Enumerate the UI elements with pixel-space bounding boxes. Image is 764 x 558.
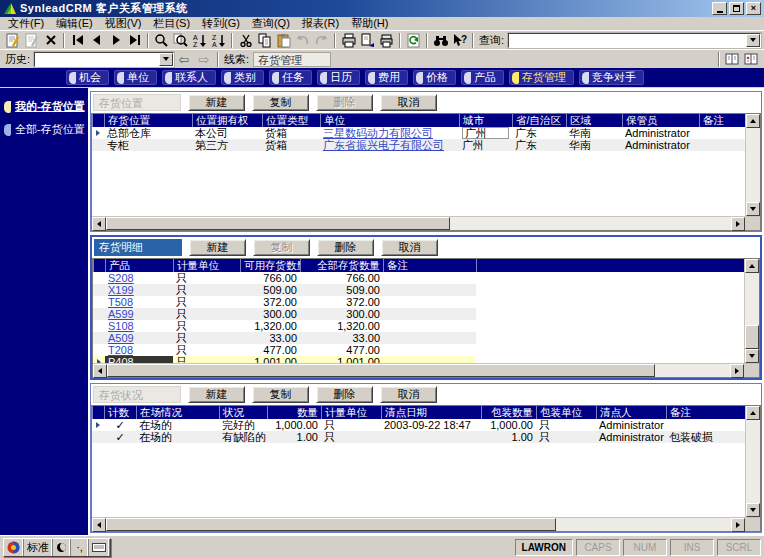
city-cell-editor[interactable]: 广州 [462, 127, 509, 139]
table-row[interactable]: ✓ 在场的 完好的 1,000.00 只 2003-09-22 18:47 1,… [92, 419, 745, 431]
last-record-icon[interactable] [125, 32, 144, 49]
menu-report[interactable]: 报表(R) [296, 17, 345, 30]
cancel-button[interactable]: 取消 [380, 94, 437, 111]
undo-icon[interactable] [293, 32, 312, 49]
vertical-scrollbar[interactable] [745, 406, 760, 517]
chevron-down-icon[interactable] [159, 53, 173, 66]
counted-checkbox[interactable]: ✓ [104, 419, 136, 431]
vertical-scrollbar[interactable] [745, 114, 760, 216]
product-link[interactable]: T208 [105, 344, 173, 356]
scroll-down-icon[interactable] [745, 349, 759, 363]
restore-button[interactable] [729, 2, 744, 15]
search-icon[interactable] [152, 32, 171, 49]
menu-columns[interactable]: 栏目(S) [147, 17, 196, 30]
selected-product-cell[interactable]: P408 [105, 356, 173, 363]
counted-checkbox[interactable]: ✓ [104, 431, 136, 443]
tab-contact[interactable]: 联系人 [162, 70, 216, 85]
scroll-up-icon[interactable] [746, 114, 760, 128]
table-row[interactable]: A509 只 33.00 33.00 [93, 332, 744, 344]
minimize-button[interactable] [712, 2, 727, 15]
scroll-down-icon[interactable] [746, 202, 760, 216]
product-link[interactable]: A599 [105, 308, 173, 320]
table-row[interactable]: 总部仓库 本公司 货箱 三星数码动力有限公司 广州 广东 华南 Administ… [92, 127, 745, 139]
ime-toolbar[interactable]: 标准 ·, [3, 538, 111, 557]
scrollbar-thumb[interactable] [107, 364, 655, 377]
ime-icon[interactable] [4, 539, 24, 556]
menu-goto[interactable]: 转到(G) [196, 17, 246, 30]
tab-inventory[interactable]: 存货管理 [509, 70, 574, 85]
table-row[interactable]: S108 只 1,320.00 1,320.00 [93, 320, 744, 332]
ime-mode-button[interactable]: 标准 [24, 539, 53, 556]
new-button[interactable]: 新建 [188, 386, 245, 403]
next-record-icon[interactable] [106, 32, 125, 49]
query-search-icon[interactable] [171, 32, 190, 49]
scrollbar-thumb[interactable] [745, 325, 759, 349]
tab-category[interactable]: 类别 [221, 70, 264, 85]
horizontal-scrollbar[interactable] [92, 518, 745, 531]
query-combobox[interactable] [508, 33, 761, 48]
delete-button[interactable]: 删除 [317, 239, 374, 256]
forward-icon[interactable]: ⇨ [194, 52, 214, 67]
cancel-button[interactable]: 取消 [380, 386, 437, 403]
table-row-selected[interactable]: P408 只 1,001.00 1,001.00 [93, 356, 744, 363]
export-icon[interactable] [358, 32, 377, 49]
delete-button[interactable]: 删除 [316, 386, 373, 403]
table-row[interactable]: 专柜 第三方 货箱 广东省振兴电子有限公司 广州 广东 华南 Administr… [92, 139, 745, 151]
product-link[interactable]: S208 [105, 272, 173, 284]
table-row[interactable]: ✓ 在场的 有缺陷的 1.00 只 1.00 只 Administrator 包… [92, 431, 745, 443]
title-bar[interactable]: SynleadCRM 客户关系管理系统 × [0, 0, 764, 17]
scroll-left-icon[interactable] [92, 217, 106, 231]
tab-competitor[interactable]: 竞争对手 [579, 70, 644, 85]
first-record-icon[interactable] [68, 32, 87, 49]
ime-fullwidth-button[interactable] [53, 539, 71, 556]
find-icon[interactable] [431, 32, 450, 49]
scrollbar-thumb[interactable] [106, 217, 450, 230]
sidebar-item-all-inventory-locations[interactable]: 全部-存货位置 [0, 118, 88, 141]
refresh-icon[interactable] [404, 32, 423, 49]
table-row[interactable]: S208 只 766.00 766.00 [93, 272, 744, 284]
delete-icon[interactable] [41, 32, 60, 49]
tab-product[interactable]: 产品 [461, 70, 504, 85]
table-row[interactable]: T508 只 372.00 372.00 [93, 296, 744, 308]
tab-company[interactable]: 单位 [114, 70, 157, 85]
menu-query[interactable]: 查询(Q) [246, 17, 296, 30]
tab-calendar[interactable]: 日历 [317, 70, 360, 85]
cancel-button[interactable]: 取消 [381, 239, 438, 256]
scroll-left-icon[interactable] [93, 364, 107, 378]
ime-punctuation-button[interactable]: ·, [71, 539, 89, 556]
table-row[interactable]: A599 只 300.00 300.00 [93, 308, 744, 320]
scroll-down-icon[interactable] [746, 503, 760, 517]
edit-icon[interactable] [22, 32, 41, 49]
product-link[interactable]: S108 [105, 320, 173, 332]
scroll-left-icon[interactable] [92, 518, 106, 532]
scroll-up-icon[interactable] [746, 406, 760, 420]
table-row[interactable]: T208 只 477.00 477.00 [93, 344, 744, 356]
close-button[interactable]: × [746, 2, 761, 15]
product-link[interactable]: X199 [105, 284, 173, 296]
vertical-scrollbar[interactable] [744, 259, 759, 363]
table-row[interactable]: X199 只 509.00 509.00 [93, 284, 744, 296]
company-link[interactable]: 广东省振兴电子有限公司 [320, 139, 459, 151]
tab-task[interactable]: 任务 [269, 70, 312, 85]
cut-icon[interactable] [236, 32, 255, 49]
menu-file[interactable]: 文件(F) [2, 17, 50, 30]
scroll-right-icon[interactable] [731, 217, 745, 231]
scrollbar-thumb[interactable] [106, 518, 556, 531]
contact-book-icon[interactable] [723, 51, 742, 68]
copy-button[interactable]: 复制 [252, 386, 309, 403]
history-combobox[interactable] [34, 52, 174, 67]
scroll-up-icon[interactable] [745, 259, 759, 273]
new-icon[interactable] [3, 32, 22, 49]
new-button[interactable]: 新建 [188, 94, 245, 111]
menu-edit[interactable]: 编辑(E) [50, 17, 99, 30]
product-link[interactable]: T508 [105, 296, 173, 308]
tab-price[interactable]: 价格 [413, 70, 456, 85]
ime-keyboard-button[interactable] [89, 539, 110, 556]
copy-button[interactable]: 复制 [252, 94, 309, 111]
company-link[interactable]: 三星数码动力有限公司 [320, 127, 459, 139]
tab-expense[interactable]: 费用 [365, 70, 408, 85]
scroll-right-icon[interactable] [731, 518, 745, 532]
redo-icon[interactable] [312, 32, 331, 49]
chevron-down-icon[interactable] [746, 34, 760, 47]
menu-help[interactable]: 帮助(H) [345, 17, 394, 30]
